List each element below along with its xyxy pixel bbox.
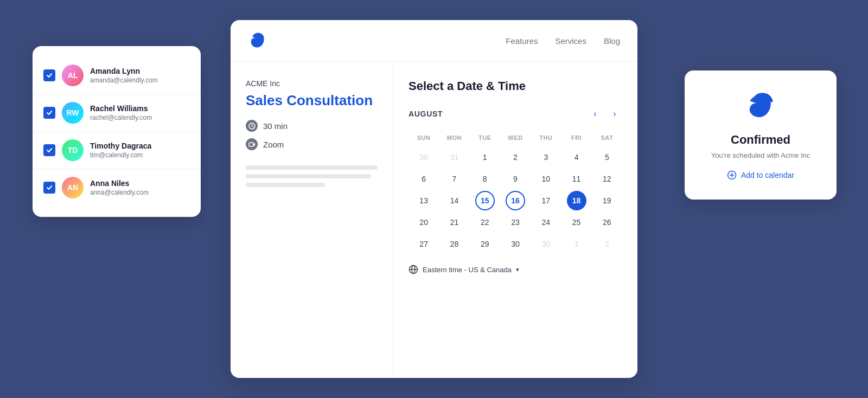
calendar-rows: 30 31 1 2 3 4 5 6 7 8 9 10 xyxy=(409,147,622,254)
day-header-sat: SAT xyxy=(592,132,622,143)
cal-day[interactable]: 19 xyxy=(597,191,617,210)
add-to-calendar-button[interactable]: Add to calendar xyxy=(727,170,794,180)
calendar-header-title: Select a Date & Time xyxy=(409,79,622,93)
calendar-month-nav: AUGUST ‹ › xyxy=(409,106,622,121)
contact-checkbox[interactable] xyxy=(43,182,55,194)
contacts-card: AL Amanda Lynn amanda@calendly.com RW Ra… xyxy=(33,46,201,217)
cal-day[interactable]: 8 xyxy=(475,169,495,189)
avatar: TD xyxy=(62,139,84,161)
cal-day[interactable]: 24 xyxy=(536,213,556,232)
video-icon xyxy=(246,138,258,150)
cal-day[interactable]: 2 xyxy=(506,147,525,167)
calendar-row: 13 14 15 16 17 18 19 xyxy=(409,191,622,210)
avatar: RW xyxy=(62,102,84,124)
cal-day[interactable]: 17 xyxy=(536,191,556,210)
cal-day[interactable]: 20 xyxy=(414,213,433,232)
day-header-tue: TUE xyxy=(470,132,500,143)
cal-day[interactable]: 10 xyxy=(536,169,556,189)
calendly-logo xyxy=(248,31,267,50)
contact-item[interactable]: AL Amanda Lynn amanda@calendly.com xyxy=(33,57,201,94)
contact-email: anna@calendly.com xyxy=(90,189,149,196)
timezone-label: Eastern time - US & Canada xyxy=(423,266,512,274)
contact-name: Anna Niles xyxy=(90,179,149,188)
main-card: Features Services Blog ACME Inc Sales Co… xyxy=(231,20,637,378)
contact-checkbox[interactable] xyxy=(43,69,55,81)
cal-day[interactable]: 28 xyxy=(444,234,464,254)
cal-day[interactable]: 25 xyxy=(567,213,586,232)
contact-info: Rachel Williams rachel@calendly.com xyxy=(90,104,152,121)
calendar-row: 20 21 22 23 24 25 26 xyxy=(409,213,622,232)
contact-email: rachel@calendly.com xyxy=(90,114,152,121)
confirmed-card: Confirmed You're scheduled with Acme Inc… xyxy=(685,70,837,200)
cal-day[interactable]: 13 xyxy=(414,191,433,210)
cal-day[interactable]: 27 xyxy=(414,234,433,254)
description-lines xyxy=(246,165,378,187)
cal-day[interactable]: 21 xyxy=(444,213,464,232)
prev-month-button[interactable]: ‹ xyxy=(588,106,603,121)
contact-item[interactable]: TD Timothy Dagraca tim@calendly.com xyxy=(33,132,201,169)
calendar-row: 30 31 1 2 3 4 5 xyxy=(409,147,622,167)
day-headers: SUN MON TUE WED THU FRI SAT xyxy=(409,132,622,143)
cal-day[interactable]: 3 xyxy=(536,147,556,167)
cal-day-available[interactable]: 15 xyxy=(475,191,495,210)
cal-day-available[interactable]: 16 xyxy=(506,191,525,210)
next-month-button[interactable]: › xyxy=(607,106,622,121)
day-header-thu: THU xyxy=(531,132,561,143)
nav-features[interactable]: Features xyxy=(506,36,538,46)
contact-name: Rachel Williams xyxy=(90,104,152,113)
confirmed-logo xyxy=(744,90,777,122)
event-meta: 30 min Zoom xyxy=(246,120,378,150)
nav-services[interactable]: Services xyxy=(555,36,586,46)
right-panel: Select a Date & Time AUGUST ‹ › SUN MON … xyxy=(393,62,637,376)
contact-email: amanda@calendly.com xyxy=(90,76,158,84)
cal-day[interactable]: 7 xyxy=(444,169,464,189)
event-title: Sales Consultation xyxy=(246,92,378,109)
confirmed-subtitle: You're scheduled with Acme Inc xyxy=(711,151,810,159)
cal-day[interactable]: 14 xyxy=(444,191,464,210)
duration-label: 30 min xyxy=(263,121,288,131)
add-calendar-label: Add to calendar xyxy=(741,171,794,179)
cal-day[interactable]: 22 xyxy=(475,213,495,232)
calendar-row: 6 7 8 9 10 11 12 xyxy=(409,169,622,189)
cal-day-selected[interactable]: 18 xyxy=(567,191,586,210)
cal-day[interactable]: 12 xyxy=(597,169,617,189)
desc-line-1 xyxy=(246,165,378,170)
cal-day: 30 xyxy=(414,147,433,167)
cal-day[interactable]: 23 xyxy=(506,213,525,232)
cal-day[interactable]: 1 xyxy=(475,147,495,167)
timezone-row[interactable]: Eastern time - US & Canada ▾ xyxy=(409,265,622,274)
calendar-row: 27 28 29 30 30 1 2 xyxy=(409,234,622,254)
desc-line-3 xyxy=(246,183,325,187)
contact-checkbox[interactable] xyxy=(43,144,55,156)
contact-item[interactable]: RW Rachel Williams rachel@calendly.com xyxy=(33,94,201,132)
cal-day[interactable]: 30 xyxy=(506,234,525,254)
timezone-dropdown-arrow: ▾ xyxy=(516,266,519,273)
nav-blog[interactable]: Blog xyxy=(604,36,620,46)
globe-icon xyxy=(409,265,418,274)
contact-checkbox[interactable] xyxy=(43,107,55,119)
nav-links: Features Services Blog xyxy=(506,36,620,46)
plus-circle-icon xyxy=(727,170,737,180)
card-body: ACME Inc Sales Consultation 30 min xyxy=(231,62,637,376)
cal-day[interactable]: 11 xyxy=(567,169,586,189)
cal-day: 31 xyxy=(444,147,464,167)
contact-email: tim@calendly.com xyxy=(90,151,151,159)
cal-day[interactable]: 6 xyxy=(414,169,433,189)
cal-day[interactable]: 4 xyxy=(567,147,586,167)
clock-icon xyxy=(246,120,258,132)
svg-rect-1 xyxy=(249,143,253,146)
cal-day: 1 xyxy=(567,234,586,254)
cal-day[interactable]: 29 xyxy=(475,234,495,254)
top-nav: Features Services Blog xyxy=(231,20,637,62)
month-label: AUGUST xyxy=(409,110,583,118)
calendar-grid: SUN MON TUE WED THU FRI SAT 30 31 1 2 3 xyxy=(409,132,622,254)
cal-day[interactable]: 26 xyxy=(597,213,617,232)
cal-day[interactable]: 5 xyxy=(597,147,617,167)
platform-label: Zoom xyxy=(263,140,284,149)
contact-info: Anna Niles anna@calendly.com xyxy=(90,179,149,196)
contact-name: Timothy Dagraca xyxy=(90,142,151,150)
cal-day[interactable]: 9 xyxy=(506,169,525,189)
contact-item[interactable]: AN Anna Niles anna@calendly.com xyxy=(33,169,201,206)
cal-day: 30 xyxy=(536,234,556,254)
cal-day: 2 xyxy=(597,234,617,254)
